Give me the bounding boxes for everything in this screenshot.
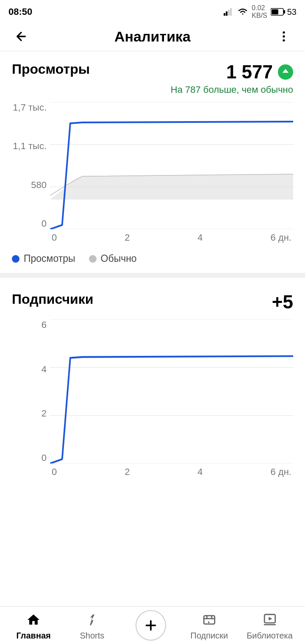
battery-icon [271, 8, 286, 16]
back-button[interactable] [10, 25, 32, 47]
svg-point-8 [283, 35, 285, 37]
views-chart: 1,7 тыс. 1,1 тыс. 580 0 0 2 4 6 дн [12, 102, 293, 246]
subscribers-section: Подписчики +5 6 4 2 0 0 2 4 6 дн. [0, 281, 305, 480]
views-value: 1 577 [226, 61, 273, 83]
views-y-labels: 1,7 тыс. 1,1 тыс. 580 0 [12, 102, 50, 229]
sub-chart-svg [50, 319, 293, 464]
battery-indicator: 53 [271, 7, 297, 17]
sub-x-4: 4 [197, 466, 202, 477]
status-time: 08:50 [8, 6, 32, 17]
shorts-icon [83, 611, 101, 629]
more-button[interactable] [273, 25, 295, 47]
sub-y-2: 2 [42, 408, 47, 419]
legend-views: Просмотры [12, 253, 75, 264]
sub-y-labels: 6 4 2 0 [12, 319, 50, 464]
nav-add[interactable] [130, 610, 172, 641]
nav-shorts[interactable]: Shorts [71, 611, 113, 641]
nav-library[interactable]: Библиотека [247, 611, 293, 641]
page-title: Аналитика [114, 28, 191, 45]
views-legend: Просмотры Обычно [12, 253, 293, 264]
library-icon [261, 611, 279, 629]
home-icon [24, 611, 43, 629]
views-x-labels: 0 2 4 6 дн. [50, 229, 293, 246]
sub-y-6: 6 [42, 319, 47, 330]
legend-normal-dot [89, 255, 97, 263]
x-label-0: 0 [52, 232, 57, 243]
bottom-spacer [0, 480, 305, 527]
y-label-mid1: 1,1 тыс. [13, 141, 47, 152]
subscribers-chart: 6 4 2 0 0 2 4 6 дн. [12, 319, 293, 480]
legend-views-label: Просмотры [24, 253, 75, 264]
app-bar: Аналитика [0, 22, 305, 51]
trend-up-icon [278, 64, 293, 80]
nav-home[interactable]: Главная [12, 611, 55, 641]
battery-percent: 53 [287, 7, 297, 17]
x-label-6: 6 дн. [271, 232, 291, 243]
views-subtitle: На 787 больше, чем обычно [171, 84, 293, 95]
legend-normal-label: Обычно [101, 253, 137, 264]
library-label: Библиотека [247, 631, 293, 641]
sub-x-6: 6 дн. [271, 466, 291, 477]
wifi-icon [237, 8, 248, 16]
y-label-bottom: 0 [42, 218, 47, 229]
add-button[interactable] [136, 610, 166, 641]
svg-rect-2 [228, 10, 230, 16]
views-section: Просмотры 1 577 На 787 больше, чем обычн… [0, 51, 305, 273]
views-chart-svg [50, 102, 293, 229]
subscribers-value: +5 [272, 291, 293, 313]
subscriptions-icon [200, 611, 219, 629]
svg-marker-25 [269, 616, 272, 620]
nav-items-container: Главная Shorts [0, 607, 305, 644]
home-label: Главная [16, 631, 50, 641]
views-chart-area [50, 102, 293, 229]
legend-normal: Обычно [89, 253, 137, 264]
nav-subscriptions[interactable]: Подписки [188, 611, 230, 641]
legend-views-dot [12, 255, 19, 263]
signal-icon [224, 8, 234, 16]
views-title: Просмотры [12, 61, 90, 77]
sub-x-2: 2 [125, 466, 130, 477]
bottom-nav: Главная Shorts [0, 606, 305, 644]
svg-rect-20 [204, 616, 215, 624]
x-label-4: 4 [197, 232, 202, 243]
status-right: 0.02KB/S 53 [224, 4, 297, 19]
network-speed: 0.02KB/S [252, 4, 267, 19]
svg-rect-3 [230, 8, 232, 16]
subscriptions-label: Подписки [191, 631, 228, 641]
views-subtitle-container: На 787 больше, чем обычно [12, 84, 293, 95]
x-label-2: 2 [125, 232, 130, 243]
svg-point-9 [283, 39, 285, 42]
subscribers-header: Подписчики +5 [12, 291, 293, 313]
svg-point-7 [283, 31, 285, 33]
status-bar: 08:50 0.02KB/S 53 [0, 0, 305, 22]
y-label-mid2: 580 [31, 180, 47, 191]
section-separator [0, 273, 305, 278]
views-header: Просмотры 1 577 [12, 61, 293, 83]
sub-x-0: 0 [52, 466, 57, 477]
svg-rect-5 [283, 10, 285, 14]
sub-chart-area [50, 319, 293, 464]
svg-rect-0 [224, 13, 225, 16]
subscribers-title: Подписчики [12, 291, 93, 307]
sub-y-0: 0 [42, 452, 47, 464]
svg-rect-6 [272, 9, 278, 14]
sub-y-4: 4 [42, 364, 47, 375]
svg-rect-1 [226, 11, 227, 16]
sub-x-labels: 0 2 4 6 дн. [50, 464, 293, 480]
shorts-label: Shorts [80, 631, 104, 641]
views-value-container: 1 577 [226, 61, 293, 83]
y-label-top: 1,7 тыс. [13, 102, 47, 113]
